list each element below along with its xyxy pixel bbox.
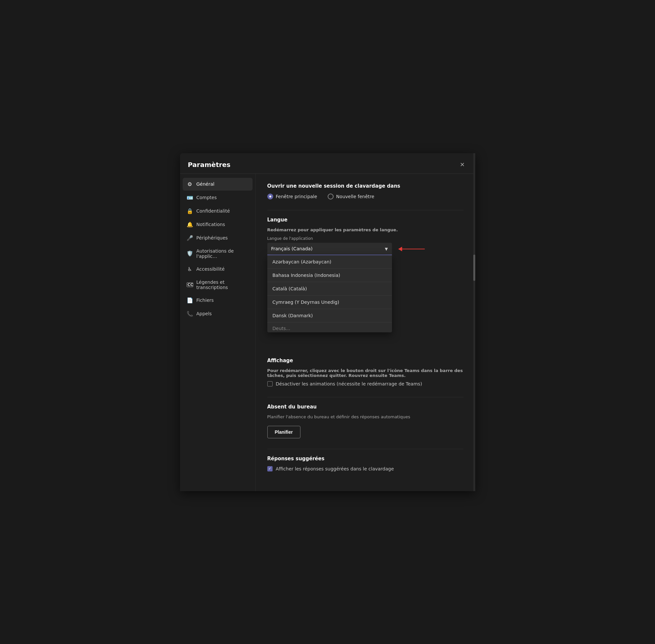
settings-dialog: Paramètres ✕ ⚙️ Général 🪪 Comptes 🔒 Conf… <box>180 153 475 491</box>
dropdown-item-dansk[interactable]: Dansk (Danmark) <box>267 309 392 322</box>
dialog-title: Paramètres <box>188 161 231 169</box>
chat-section: Ouvrir une nouvelle session de clavardag… <box>267 183 464 200</box>
display-section: Affichage Pour redémarrer, cliquez avec … <box>267 358 464 387</box>
sidebar-label-comptes: Comptes <box>196 195 217 200</box>
sidebar: ⚙️ Général 🪪 Comptes 🔒 Confidentialité 🔔… <box>180 174 256 491</box>
sidebar-item-legendes[interactable]: CC Légendes et transcriptions <box>183 276 253 293</box>
sidebar-label-notifications: Notifications <box>196 222 225 227</box>
reponses-checkbox[interactable] <box>267 466 273 472</box>
animation-checkbox-row: Désactiver les animations (nécessite le … <box>267 381 464 387</box>
sidebar-item-fichiers[interactable]: 📄 Fichiers <box>183 294 253 307</box>
chat-section-title: Ouvrir une nouvelle session de clavardag… <box>267 183 464 189</box>
dropdown-item-azerbaycan[interactable]: Azərbaycan (Azərbaycan) <box>267 255 392 269</box>
sidebar-item-general[interactable]: ⚙️ Général <box>183 178 253 191</box>
animation-checkbox-label: Désactiver les animations (nécessite le … <box>276 381 422 387</box>
sidebar-item-autorisations[interactable]: 🛡️ Autorisations de l'applic… <box>183 245 253 262</box>
animation-checkbox[interactable] <box>267 381 273 387</box>
sidebar-item-notifications[interactable]: 🔔 Notifications <box>183 218 253 231</box>
language-current-value: Français (Canada) <box>271 246 312 251</box>
sidebar-label-appels: Appels <box>196 311 212 316</box>
language-field-label: Langue de l'application <box>267 236 464 241</box>
sidebar-label-legendes: Légendes et transcriptions <box>196 279 249 290</box>
radio-new-window-label: Nouvelle fenêtre <box>336 194 374 199</box>
bell-icon: 🔔 <box>187 222 193 228</box>
reponses-checkbox-row: Afficher les réponses suggérées dans le … <box>267 466 464 472</box>
radio-option-main-window[interactable]: Fenêtre principale <box>267 193 317 200</box>
scrollbar-track[interactable] <box>473 153 475 491</box>
sidebar-label-confidentialite: Confidentialité <box>196 208 230 213</box>
radio-new-window-indicator <box>328 193 333 200</box>
language-subtitle: Redémarrez pour appliquer les paramètres… <box>267 227 464 232</box>
sidebar-item-appels[interactable]: 📞 Appels <box>183 307 253 320</box>
dropdown-item-partial[interactable]: Deuts... <box>267 322 392 332</box>
radio-main-window-indicator <box>267 193 273 200</box>
sidebar-label-accessibilite: Accessibilité <box>196 267 225 272</box>
display-title: Affichage <box>267 358 464 364</box>
arrow-annotation <box>398 249 425 249</box>
sidebar-item-accessibilite[interactable]: ♿ Accessibilité <box>183 263 253 276</box>
divider-3 <box>267 449 464 449</box>
sidebar-item-confidentialite[interactable]: 🔒 Confidentialité <box>183 205 253 217</box>
reponses-section: Réponses suggérées Afficher les réponses… <box>267 456 464 472</box>
display-warning: Pour redémarrer, cliquez avec le bouton … <box>267 368 464 378</box>
language-dropdown-list: Azərbaycan (Azərbaycan) Bahasa Indonesia… <box>267 255 392 332</box>
lock-icon: 🔒 <box>187 208 193 214</box>
card-icon: 🪪 <box>187 194 193 201</box>
absent-title: Absent du bureau <box>267 404 464 410</box>
main-content: Ouvrir une nouvelle session de clavardag… <box>256 174 475 491</box>
file-icon: 📄 <box>187 297 193 303</box>
shield-icon: 🛡️ <box>187 250 193 256</box>
mic-icon: 🎤 <box>187 235 193 241</box>
plan-button[interactable]: Planifier <box>267 426 300 438</box>
divider-1 <box>267 210 464 210</box>
radio-group-chat: Fenêtre principale Nouvelle fenêtre <box>267 193 464 200</box>
absent-description: Planifier l'absence du bureau et définir… <box>267 414 464 419</box>
language-dropdown[interactable]: Français (Canada) <box>267 243 392 255</box>
radio-main-window-label: Fenêtre principale <box>276 194 317 199</box>
scrollbar-thumb[interactable] <box>473 255 475 281</box>
language-dropdown-container: Français (Canada) ▼ Azərbaycan (Azərbayc… <box>267 243 392 255</box>
language-dropdown-wrapper: Français (Canada) ▼ Azərbaycan (Azərbayc… <box>267 243 392 255</box>
divider-2 <box>267 397 464 397</box>
dialog-header: Paramètres ✕ <box>180 153 475 174</box>
sidebar-item-comptes[interactable]: 🪪 Comptes <box>183 191 253 204</box>
language-title: Langue <box>267 217 464 223</box>
sidebar-item-peripheriques[interactable]: 🎤 Périphériques <box>183 232 253 245</box>
reponses-checkbox-label: Afficher les réponses suggérées dans le … <box>276 466 394 472</box>
sidebar-label-general: Général <box>196 181 214 187</box>
captions-icon: CC <box>187 282 193 287</box>
sidebar-label-peripheriques: Périphériques <box>196 235 228 240</box>
dropdown-item-cymraeg[interactable]: Cymraeg (Y Deyrnas Unedig) <box>267 296 392 309</box>
language-section: Langue Redémarrez pour appliquer les par… <box>267 217 464 255</box>
radio-option-new-window[interactable]: Nouvelle fenêtre <box>328 193 374 200</box>
dialog-body: ⚙️ Général 🪪 Comptes 🔒 Confidentialité 🔔… <box>180 174 475 491</box>
absent-section: Absent du bureau Planifier l'absence du … <box>267 404 464 438</box>
accessibility-icon: ♿ <box>187 266 193 272</box>
sidebar-label-autorisations: Autorisations de l'applic… <box>196 248 249 259</box>
sidebar-label-fichiers: Fichiers <box>196 298 214 303</box>
red-arrow-head <box>398 247 402 251</box>
partial-item-text: Deuts... <box>273 326 290 331</box>
phone-icon: 📞 <box>187 311 193 317</box>
reponses-title: Réponses suggérées <box>267 456 464 462</box>
red-arrow-line <box>398 249 425 249</box>
dropdown-item-bahasa[interactable]: Bahasa Indonesia (Indonesia) <box>267 269 392 282</box>
gear-icon: ⚙️ <box>187 181 193 187</box>
close-button[interactable]: ✕ <box>457 160 467 169</box>
dropdown-item-catala[interactable]: Català (Català) <box>267 282 392 296</box>
